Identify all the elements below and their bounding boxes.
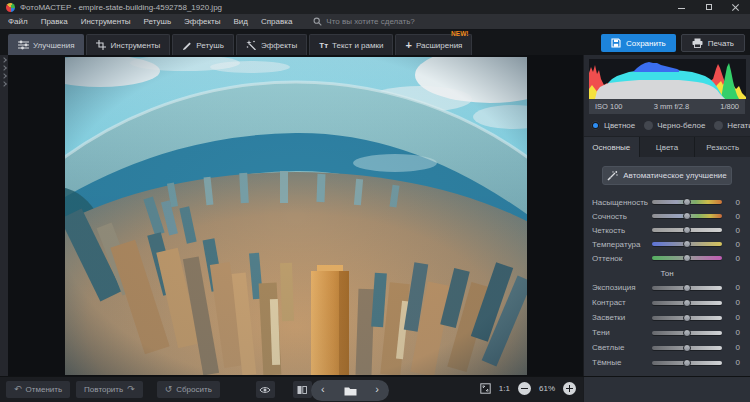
zoom-in-button[interactable] (563, 382, 576, 395)
slider-knob[interactable] (683, 314, 691, 322)
panel-tab-sharpness[interactable]: Резкость (695, 137, 750, 157)
photo-navigator: ‹ › (311, 380, 389, 401)
iso-value: ISO 100 (595, 102, 623, 111)
slider-row: Оттенок 0 (592, 251, 742, 265)
slider-row: Насыщенность 0 (592, 195, 742, 209)
auto-enhance-label: Автоматическое улучшение (623, 171, 727, 180)
prev-photo-button[interactable]: ‹ (321, 384, 325, 395)
app-logo-icon (6, 3, 15, 12)
panel-tab-basic[interactable]: Основные (584, 137, 640, 157)
folder-icon[interactable] (344, 386, 357, 396)
radio-icon (714, 121, 723, 130)
pen-icon (182, 40, 192, 50)
tint-slider[interactable] (652, 256, 722, 260)
zoom-out-button[interactable] (518, 382, 531, 395)
window-title: ФотоМАСТЕР - empire-state-building-45927… (20, 3, 222, 12)
photo-canvas[interactable] (8, 55, 583, 376)
menu-tools[interactable]: Инструменты (81, 17, 131, 26)
slider-knob[interactable] (683, 344, 691, 352)
auto-enhance-button[interactable]: Автоматическое улучшение (602, 166, 732, 185)
tab-retouch[interactable]: Ретушь (172, 34, 234, 55)
crop-icon (96, 40, 106, 50)
fit-screen-icon[interactable] (480, 383, 491, 394)
before-after-button[interactable] (293, 381, 312, 398)
menu-edit[interactable]: Правка (41, 17, 68, 26)
slider-value: 0 (736, 283, 742, 292)
highlights-slider[interactable] (652, 316, 722, 320)
search-box[interactable]: Что вы хотите сделать? (313, 17, 414, 26)
temperature-slider[interactable] (652, 242, 722, 246)
tab-enhancements[interactable]: Улучшения (8, 34, 84, 55)
slider-knob[interactable] (683, 254, 691, 262)
exposure-slider[interactable] (652, 286, 722, 290)
collapsed-filmstrip-panel[interactable] (0, 55, 8, 376)
ratio-label[interactable]: 1:1 (499, 384, 510, 393)
slider-knob[interactable] (683, 329, 691, 337)
tab-text-frames[interactable]: Tт Текст и рамки (309, 34, 393, 55)
bottom-bar: ↶ Отменить Повторить ↷ ↺ Сбросить ‹ (0, 376, 750, 402)
menu-view[interactable]: Вид (233, 17, 247, 26)
undo-button[interactable]: ↶ Отменить (6, 381, 70, 398)
mode-negative[interactable]: Негатив (714, 121, 750, 130)
tab-label: Инструменты (110, 41, 160, 50)
close-icon[interactable] (731, 3, 740, 12)
maximize-icon[interactable] (704, 3, 713, 12)
whites-slider[interactable] (652, 346, 722, 350)
reset-button[interactable]: ↺ Сбросить (157, 381, 220, 398)
search-icon (313, 17, 322, 26)
blacks-slider[interactable] (652, 361, 722, 365)
mode-bw[interactable]: Черно-белое (644, 121, 705, 130)
radio-selected-icon (591, 121, 600, 130)
slider-knob[interactable] (683, 198, 691, 206)
redo-button[interactable]: Повторить ↷ (76, 381, 143, 398)
slider-row: Контраст 0 (592, 295, 742, 310)
slider-label: Насыщенность (592, 198, 652, 207)
slider-label: Тени (592, 328, 652, 337)
title-bar: ФотоМАСТЕР - empire-state-building-45927… (0, 0, 750, 14)
chevron-right-icon (1, 81, 7, 87)
preview-original-button[interactable] (256, 381, 275, 398)
minimize-icon[interactable] (677, 3, 686, 12)
chevron-right-icon (1, 57, 7, 63)
tab-label: Эффекты (261, 41, 297, 50)
adjustments-panel: Автоматическое улучшение Насыщенность 0 … (584, 157, 750, 376)
tab-extensions[interactable]: NEW! + Расширения (395, 34, 472, 55)
slider-knob[interactable] (683, 226, 691, 234)
slider-knob[interactable] (683, 212, 691, 220)
tab-tools[interactable]: Инструменты (86, 34, 170, 55)
histogram-chart (589, 59, 746, 99)
focal-aperture-value: 3 mm f/2.8 (654, 102, 689, 111)
slider-knob[interactable] (683, 240, 691, 248)
mode-label: Негатив (727, 121, 750, 130)
clarity-slider[interactable] (652, 228, 722, 232)
photo-nyc-fisheye (65, 57, 527, 375)
menu-bar: Файл Правка Инструменты Ретушь Эффекты В… (0, 14, 750, 30)
slider-row: Засветки 0 (592, 310, 742, 325)
slider-label: Температура (592, 240, 652, 249)
menu-help[interactable]: Справка (261, 17, 292, 26)
tab-effects[interactable]: Эффекты (236, 34, 307, 55)
slider-knob[interactable] (683, 359, 691, 367)
slider-value: 0 (736, 226, 742, 235)
eye-icon (259, 386, 271, 394)
slider-knob[interactable] (683, 284, 691, 292)
menu-file[interactable]: Файл (8, 17, 28, 26)
redo-icon: ↷ (127, 385, 135, 394)
mode-color[interactable]: Цветное (591, 121, 635, 130)
slider-knob[interactable] (683, 299, 691, 307)
reset-icon: ↺ (165, 385, 173, 394)
save-button[interactable]: Сохранить (601, 34, 676, 52)
contrast-slider[interactable] (652, 301, 722, 305)
tab-label: Текст и рамки (332, 41, 383, 50)
saturation-slider[interactable] (652, 200, 722, 204)
menu-retouch[interactable]: Ретушь (144, 17, 172, 26)
shadows-slider[interactable] (652, 331, 722, 335)
menu-effects[interactable]: Эффекты (184, 17, 220, 26)
next-photo-button[interactable]: › (375, 384, 379, 395)
slider-value: 0 (736, 198, 742, 207)
panel-tab-colors[interactable]: Цвета (640, 137, 696, 157)
slider-row: Температура 0 (592, 237, 742, 251)
top-action-buttons: Сохранить Печать (601, 34, 745, 52)
vibrance-slider[interactable] (652, 214, 722, 218)
print-button[interactable]: Печать (681, 34, 745, 52)
